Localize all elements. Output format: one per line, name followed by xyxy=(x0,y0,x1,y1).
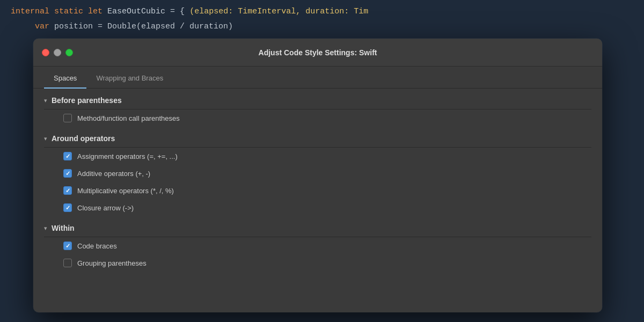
item-code-braces[interactable]: Code braces xyxy=(33,237,602,254)
checkbox-code-braces[interactable] xyxy=(63,241,72,250)
section-around-operators-header[interactable]: ▾ Around operators xyxy=(33,127,602,147)
code-line-2: var position = Double(elapsed / duration… xyxy=(0,19,644,34)
checkbox-method-function-call[interactable] xyxy=(63,114,72,122)
dialog: Adjust Code Style Settings: Swift Spaces… xyxy=(33,39,602,312)
label-method-function-call: Method/function call parentheses xyxy=(77,114,180,122)
minimize-button[interactable] xyxy=(54,49,61,56)
label-additive-operators: Additive operators (+, -) xyxy=(77,170,150,178)
keyword-internal: internal xyxy=(11,7,49,16)
chevron-around-operators-icon: ▾ xyxy=(44,135,47,142)
chevron-before-parentheses-icon: ▾ xyxy=(44,97,47,104)
label-assignment-operators: Assignment operators (=, +=, ...) xyxy=(77,152,178,160)
checkbox-assignment-operators[interactable] xyxy=(63,152,72,160)
tab-bar: Spaces Wrapping and Braces xyxy=(33,67,602,89)
item-assignment-operators[interactable]: Assignment operators (=, +=, ...) xyxy=(33,148,602,165)
checkbox-multiplicative-operators[interactable] xyxy=(63,186,72,195)
label-closure-arrow: Closure arrow (->) xyxy=(77,204,134,212)
settings-content: ▾ Before parentheses Method/function cal… xyxy=(33,89,602,310)
section-within-header[interactable]: ▾ Within xyxy=(33,216,602,237)
checkbox-closure-arrow[interactable] xyxy=(63,203,72,212)
section-within-title: Within xyxy=(52,224,75,232)
checkbox-additive-operators[interactable] xyxy=(63,169,72,178)
label-code-braces: Code braces xyxy=(77,242,117,250)
chevron-within-icon: ▾ xyxy=(44,225,47,232)
label-grouping-parentheses: Grouping parentheses xyxy=(77,259,147,267)
section-around-operators-title: Around operators xyxy=(52,134,115,143)
close-button[interactable] xyxy=(42,49,49,56)
keyword-static: static xyxy=(54,7,83,16)
maximize-button[interactable] xyxy=(65,49,73,56)
item-multiplicative-operators[interactable]: Multiplicative operators (*, /, %) xyxy=(33,182,602,199)
tab-spaces[interactable]: Spaces xyxy=(44,67,86,89)
item-method-function-call[interactable]: Method/function call parentheses xyxy=(33,109,602,127)
checkbox-grouping-parentheses[interactable] xyxy=(63,259,72,267)
keyword-let: let xyxy=(88,7,103,16)
window-controls xyxy=(42,49,73,56)
section-before-parentheses-title: Before parentheses xyxy=(52,96,122,105)
label-multiplicative-operators: Multiplicative operators (*, /, %) xyxy=(77,187,174,195)
title-bar: Adjust Code Style Settings: Swift xyxy=(33,39,602,67)
tab-wrapping-and-braces[interactable]: Wrapping and Braces xyxy=(86,67,173,89)
item-closure-arrow[interactable]: Closure arrow (->) xyxy=(33,199,602,216)
item-additive-operators[interactable]: Additive operators (+, -) xyxy=(33,165,602,182)
dialog-title: Adjust Code Style Settings: Swift xyxy=(259,48,377,57)
code-line-1: internal static let EaseOutCubic = { (el… xyxy=(0,0,644,19)
section-before-parentheses-header[interactable]: ▾ Before parentheses xyxy=(33,89,602,109)
item-grouping-parentheses[interactable]: Grouping parentheses xyxy=(33,254,602,272)
